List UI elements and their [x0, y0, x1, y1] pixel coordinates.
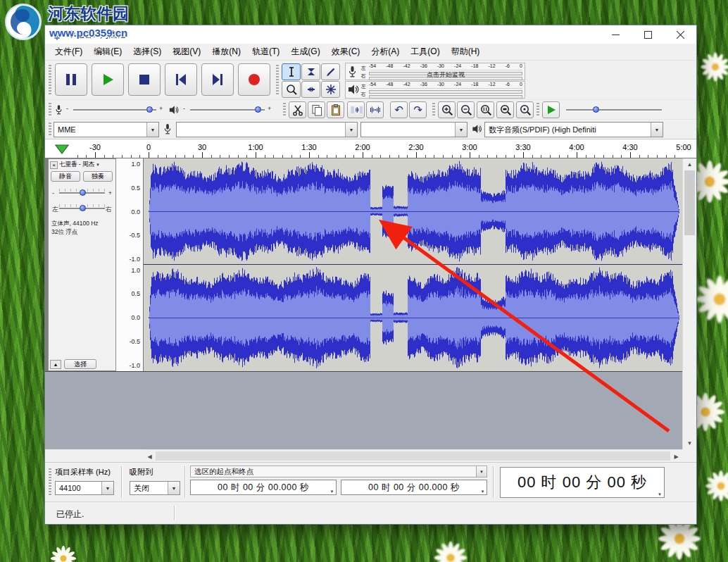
skip-to-start-button[interactable]: [165, 63, 197, 96]
toolbar-grip[interactable]: [276, 65, 279, 96]
scroll-right-arrow[interactable]: ▶: [670, 450, 682, 463]
menu-item[interactable]: 帮助(H): [446, 44, 486, 60]
record-volume-thumb[interactable]: [146, 106, 153, 113]
vertical-scrollbar[interactable]: ▲ ▼: [682, 158, 696, 449]
menu-item[interactable]: 文件(F): [49, 44, 88, 60]
zoom-toggle-icon: [519, 104, 532, 116]
recording-channels-select[interactable]: ▼: [360, 122, 467, 137]
track-menu-arrow-icon[interactable]: ▼: [96, 163, 100, 167]
scroll-left-arrow[interactable]: ◀: [144, 450, 156, 463]
envelope-tool-button[interactable]: [301, 63, 320, 80]
vruler-label: 1.0: [131, 267, 140, 274]
menu-item[interactable]: 编辑(E): [88, 44, 127, 60]
play-speed-slider[interactable]: [566, 105, 662, 115]
playback-volume-slider[interactable]: [190, 105, 265, 115]
pan-slider[interactable]: 左 右: [51, 203, 113, 213]
record-button[interactable]: [238, 63, 270, 96]
recording-meter[interactable]: 左右 -54-48-42-36-30-24-18-12-60 点击开始监视: [345, 63, 525, 80]
selection-tool-button[interactable]: [282, 63, 301, 80]
close-button[interactable]: [664, 25, 696, 44]
mute-button[interactable]: 静音: [51, 171, 80, 182]
recording-device-select[interactable]: ▼: [176, 122, 358, 137]
vertical-ruler[interactable]: 1.00.50.0-0.5-1.0 1.00.50.0-0.5-1.0: [116, 158, 144, 371]
menu-item[interactable]: 播放(N): [206, 44, 246, 60]
gain-slider-thumb[interactable]: [80, 189, 86, 196]
audio-position-display[interactable]: 00 时 00 分 00 秒▼: [500, 467, 665, 498]
sample-rate-select[interactable]: 44100▼: [55, 481, 114, 495]
menu-item[interactable]: 轨道(T): [246, 44, 285, 60]
zoom-toggle-button[interactable]: [516, 101, 534, 118]
waveform-right-channel[interactable]: [144, 265, 682, 370]
toolbar-grip[interactable]: [49, 65, 51, 96]
scroll-up-arrow[interactable]: ▲: [683, 158, 696, 170]
toolbar-grip[interactable]: [283, 103, 286, 117]
pan-slider-thumb[interactable]: [80, 205, 86, 211]
dropdown-arrow-icon[interactable]: ▼: [330, 489, 334, 494]
timeline-pin-icon[interactable]: [55, 144, 69, 155]
zoom-out-button[interactable]: [457, 101, 475, 118]
toolbar-grip[interactable]: [49, 468, 51, 497]
selection-mode-select[interactable]: 选区的起点和终点▼: [190, 466, 487, 477]
redo-button[interactable]: ↷: [409, 101, 427, 118]
toolbar-grip[interactable]: [432, 103, 435, 117]
waveform-display[interactable]: [144, 158, 682, 371]
zoom-fit-button[interactable]: [496, 101, 514, 118]
playback-volume-thumb[interactable]: [255, 106, 261, 113]
draw-tool-button[interactable]: [321, 63, 340, 80]
track-name[interactable]: 七里香 - 周杰: [59, 161, 94, 169]
scroll-down-arrow[interactable]: ▼: [683, 437, 696, 449]
menu-item[interactable]: 视图(V): [167, 44, 206, 60]
dropdown-arrow-icon[interactable]: ▼: [658, 492, 663, 497]
vruler-label: -0.5: [129, 232, 140, 239]
skip-to-end-button[interactable]: [201, 63, 234, 96]
play-button[interactable]: [92, 63, 124, 96]
copy-button[interactable]: [308, 101, 325, 118]
track-depth-info: 32位 浮点: [51, 228, 77, 237]
title-bar[interactable]: 中国音...周杰伦: [45, 25, 696, 44]
solo-button[interactable]: 独奏: [83, 171, 113, 182]
zoom-selection-button[interactable]: [477, 101, 494, 118]
play-at-speed-button[interactable]: [542, 101, 560, 118]
timeshift-tool-button[interactable]: [301, 81, 320, 98]
paste-button[interactable]: [327, 101, 344, 118]
play-speed-thumb[interactable]: [593, 106, 599, 113]
minimize-button[interactable]: [599, 25, 632, 44]
vertical-scroll-thumb[interactable]: [684, 170, 695, 235]
playback-meter[interactable]: 左右 -54-48-42-36-30-24-18-12-60: [345, 81, 525, 99]
monitor-hint[interactable]: 点击开始监视: [369, 70, 522, 80]
menu-item[interactable]: 选择(S): [127, 44, 167, 60]
waveform-left-channel[interactable]: [144, 158, 682, 265]
playback-device-select[interactable]: 数字音频(S/PDIF) (High Definiti▼: [484, 122, 663, 137]
toolbar-grip[interactable]: [536, 103, 539, 117]
audio-host-select[interactable]: MME▼: [54, 122, 159, 137]
menu-item[interactable]: 分析(A): [365, 44, 405, 60]
zoom-in-button[interactable]: [438, 101, 456, 118]
track-close-button[interactable]: ×: [50, 161, 58, 169]
undo-button[interactable]: ↶: [390, 101, 408, 118]
zoom-tool-button[interactable]: [282, 81, 301, 98]
cut-button[interactable]: [289, 101, 306, 118]
snap-to-select[interactable]: 关闭▼: [130, 481, 180, 495]
multi-tool-button[interactable]: [321, 81, 340, 98]
track-collapse-button[interactable]: ▲: [50, 360, 61, 369]
gain-slider[interactable]: - +: [51, 187, 113, 197]
stop-button[interactable]: [128, 63, 161, 96]
silence-selection-button[interactable]: [366, 101, 384, 118]
pause-button[interactable]: [55, 63, 87, 96]
horizontal-scroll-thumb[interactable]: [156, 451, 670, 461]
toolbar-grip[interactable]: [49, 123, 51, 137]
dropdown-arrow-icon[interactable]: ▼: [481, 489, 485, 494]
menu-item[interactable]: 效果(C): [326, 44, 366, 60]
trim-outside-selection-button[interactable]: [347, 101, 365, 118]
toolbar-grip[interactable]: [49, 103, 51, 117]
menu-item[interactable]: 工具(O): [405, 44, 445, 60]
track-select-button[interactable]: 选择: [64, 359, 96, 369]
timeline-ruler[interactable]: -300301:001:302:002:303:003:304:004:305:…: [45, 139, 696, 158]
horizontal-scrollbar[interactable]: ◀ ▶: [144, 449, 682, 462]
selection-end-field[interactable]: 00 时 00 分 00.000 秒▼: [341, 480, 487, 495]
menu-item[interactable]: 生成(G): [285, 44, 325, 60]
record-volume-slider[interactable]: [73, 105, 156, 115]
maximize-button[interactable]: [632, 25, 664, 44]
selection-start-field[interactable]: 00 时 00 分 00.000 秒▼: [190, 480, 337, 495]
microphone-icon: [163, 123, 172, 135]
